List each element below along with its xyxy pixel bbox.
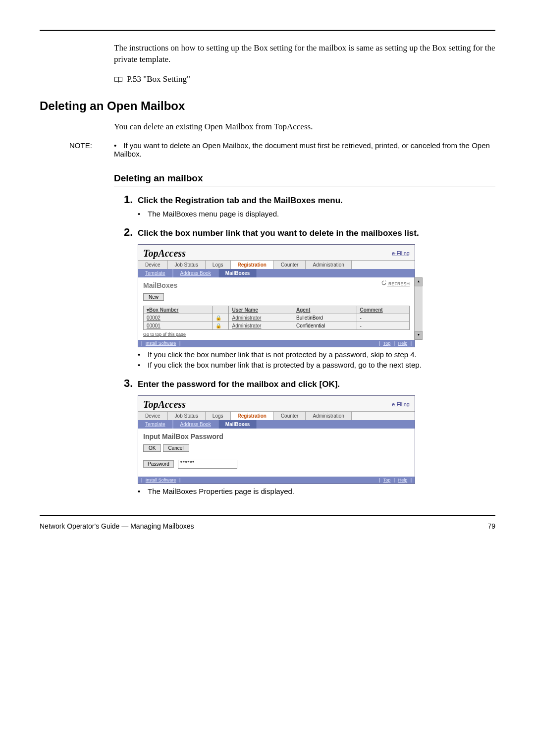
step-number: 2. [124,226,138,239]
tab-registration[interactable]: Registration [231,261,274,269]
subtab-address-book[interactable]: Address Book [173,420,218,429]
topaccess-logo: TopAccess [143,248,186,259]
agent-cell: BulletinBord [293,314,357,322]
refresh-icon [381,280,387,285]
box-number-link[interactable]: 00001 [144,322,213,329]
subtab-address-book[interactable]: Address Book [173,269,218,277]
section-heading: Deleting an Open Mailbox [40,99,495,113]
th-box-number[interactable]: ▾Box Number [144,306,213,314]
agent-cell: Confidenntial [293,322,357,329]
top-link[interactable]: Top [383,478,391,483]
install-software-link[interactable]: Install Software [146,478,176,483]
tab-administration[interactable]: Administration [306,412,351,420]
bullet-icon: • [114,141,116,150]
scrollbar[interactable]: ▴ ▾ [414,277,423,340]
th-lock [213,306,229,314]
tab-logs[interactable]: Logs [206,261,231,269]
comment-cell: - [357,322,410,329]
refresh-link[interactable]: REFRESH [381,280,410,286]
table-row: 00001 🔒 Administrator Confidenntial - [144,322,410,329]
panel-title: MailBoxes [143,281,410,289]
note-text: If you want to delete an Open Mailbox, t… [114,141,490,158]
mailboxes-table: ▾Box Number User Name Agent Comment 0000… [143,306,410,330]
tab-registration[interactable]: Registration [231,412,274,420]
tab-device[interactable]: Device [138,261,168,269]
subsection-heading: Deleting an mailbox [114,173,495,186]
user-name-link[interactable]: Administrator [229,314,293,322]
table-row: 00002 🔒 Administrator BulletinBord - [144,314,410,322]
tab-device[interactable]: Device [138,412,168,420]
th-agent[interactable]: Agent [293,306,357,314]
screenshot-topaccess-password: TopAccess e-Filing Device Job Status Log… [138,395,415,484]
bullet-icon: • [138,487,148,495]
password-label: Password [143,460,174,468]
help-link[interactable]: Help [398,478,408,483]
user-name-link[interactable]: Administrator [229,322,293,329]
subtab-template[interactable]: Template [138,420,173,429]
step-sub-text: The MailBoxes menu page is displayed. [148,210,279,218]
step-title: Click the box number link that you want … [138,228,419,239]
panel-title: Input MailBox Password [143,432,410,440]
note-label: NOTE: [69,141,114,158]
top-link[interactable]: Top [383,341,391,346]
tab-job-status[interactable]: Job Status [168,261,206,269]
tab-counter[interactable]: Counter [274,261,306,269]
step-title: Click the Registration tab and the MailB… [138,195,343,207]
efiling-link[interactable]: e-Filing [392,250,410,256]
subtab-mailboxes[interactable]: MailBoxes [218,269,257,277]
box-number-link[interactable]: 00002 [144,314,213,322]
th-comment[interactable]: Comment [357,306,410,314]
tab-counter[interactable]: Counter [274,412,306,420]
footer-left: Network Operator's Guide — Managing Mail… [40,522,194,530]
subtab-mailboxes[interactable]: MailBoxes [218,420,257,429]
scroll-down-icon[interactable]: ▾ [415,331,423,340]
cancel-button[interactable]: Cancel [163,444,189,452]
topaccess-logo: TopAccess [143,399,186,410]
bullet-icon: • [138,350,148,359]
comment-cell: - [357,314,410,322]
cross-ref: P.53 "Box Setting" [127,74,190,84]
password-input[interactable]: ****** [178,460,237,469]
step-title: Enter the password for the mailbox and c… [138,379,340,390]
go-top-link[interactable]: Go to top of this page [143,332,186,337]
lock-icon: 🔒 [213,314,229,322]
step-number: 3. [124,377,138,390]
scroll-up-icon[interactable]: ▴ [415,277,423,286]
book-icon [114,76,123,83]
intro-paragraph: The instructions on how to setting up th… [114,43,495,65]
ok-button[interactable]: OK [143,444,161,452]
help-link[interactable]: Help [398,341,408,346]
tab-administration[interactable]: Administration [306,261,351,269]
step-number: 1. [124,193,138,206]
tab-job-status[interactable]: Job Status [168,412,206,420]
footer-page-number: 79 [487,522,495,530]
bullet-icon: • [138,210,148,218]
efiling-link[interactable]: e-Filing [392,401,410,407]
install-software-link[interactable]: Install Software [146,341,176,346]
section-paragraph: You can delete an existing Open Mailbox … [114,121,495,133]
screenshot-topaccess-mailboxes: TopAccess e-Filing Device Job Status Log… [138,244,415,347]
new-button[interactable]: New [143,293,164,301]
lock-icon: 🔒 [213,322,229,329]
step-sub-text: If you click the box number link that is… [148,361,422,369]
bullet-icon: • [138,361,148,369]
tab-logs[interactable]: Logs [206,412,231,420]
step-sub-text: If you click the box number link that is… [148,350,417,359]
subtab-template[interactable]: Template [138,269,173,277]
step-sub-text: The MailBoxes Properties page is display… [148,487,294,495]
th-user-name[interactable]: User Name [229,306,293,314]
